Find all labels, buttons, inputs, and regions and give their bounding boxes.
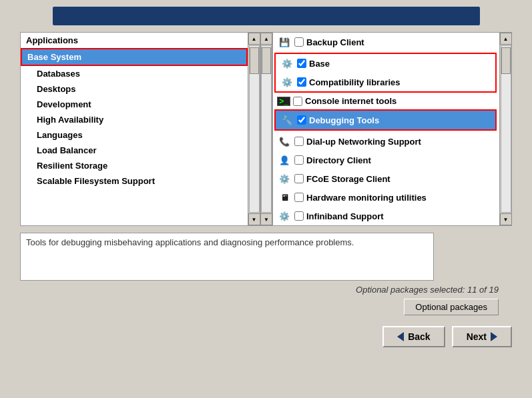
top-bar [53,7,480,25]
scroll-up-btn[interactable]: ▲ [248,33,260,45]
optional-status: Optional packages selected: 11 of 19 [20,285,512,295]
mid-scroll-up[interactable]: ▲ [260,33,272,45]
right-scroll-down[interactable]: ▼ [500,213,512,225]
pkg-infiniband[interactable]: ⚙️ Infiniband Support [273,207,499,225]
pkg-base[interactable]: ⚙️ Base [276,54,495,73]
sidebar-item-scalable-filesystem[interactable]: Scalable Filesystem Support [21,173,248,189]
optional-status-label: Optional packages selected: 11 of 19 [356,285,499,295]
base-system-label: Base System [27,52,81,62]
next-button[interactable]: Next [452,326,512,347]
pkg-dialup[interactable]: 📞 Dial-up Networking Support [273,132,499,151]
hardware-mon-icon: 🖥 [277,190,292,205]
console-internet-icon: >_ [277,97,290,106]
back-arrow-icon [397,332,404,341]
sidebar-item-languages[interactable]: Languages [21,127,248,143]
fcoe-checkbox[interactable] [294,174,304,183]
debugging-tools-label: Debugging Tools [309,115,379,125]
hardware-mon-checkbox[interactable] [294,193,304,202]
infiniband-checkbox[interactable] [294,211,304,221]
fcoe-label: FCoE Storage Client [306,174,390,184]
pkg-console-internet[interactable]: >_ Console internet tools [273,94,499,108]
mid-scroll-down[interactable]: ▼ [260,213,272,225]
backup-client-icon: 💾 [277,35,292,49]
compat-libs-icon: ⚙️ [280,75,294,89]
directory-client-checkbox[interactable] [294,155,304,165]
right-scroll-thumb[interactable] [501,47,511,74]
fcoe-icon: ⚙️ [277,171,292,186]
directory-client-icon: 👤 [277,153,292,167]
base-label: Base [309,59,330,69]
high-availability-label: High Availability [37,115,103,125]
back-button[interactable]: Back [382,326,445,347]
pkg-debugging-tools[interactable]: 🔧 Debugging Tools [276,111,495,129]
pkg-fcoe[interactable]: ⚙️ FCoE Storage Client [273,169,499,188]
databases-label: Databases [37,69,80,79]
compat-libs-label: Compatibility libraries [309,77,401,87]
scroll-track[interactable] [249,45,260,213]
infiniband-icon: ⚙️ [277,209,292,223]
sidebar-item-more[interactable] [21,189,248,204]
backup-client-checkbox[interactable] [294,37,304,47]
infiniband-label: Infiniband Support [306,211,384,221]
compat-libs-checkbox[interactable] [297,77,306,87]
load-balancer-label: Load Balancer [37,145,97,155]
dialup-icon: 📞 [277,134,292,149]
next-arrow-icon [491,332,497,341]
backup-client-label: Backup Client [306,37,364,47]
pkg-directory-client[interactable]: 👤 Directory Client [273,151,499,169]
pkg-compat-libs[interactable]: ⚙️ Compatibility libraries [276,73,495,91]
right-scroll-up[interactable]: ▲ [500,33,512,45]
more-label [37,191,39,201]
left-list: Applications Base System Databases Deskt… [21,33,248,225]
languages-label: Languages [37,130,83,140]
optional-packages-button[interactable]: Optional packages [404,299,499,315]
mid-scroll-track[interactable] [261,45,272,213]
sidebar-item-desktops[interactable]: Desktops [21,81,248,97]
right-scrollbar: ▲ ▼ [499,33,511,225]
left-scrollbar: ▲ ▼ [248,33,260,225]
scalable-filesystem-label: Scalable Filesystem Support [37,176,155,186]
right-panel: 💾 Backup Client ⚙️ Base ⚙️ Compatibility… [272,32,512,226]
directory-client-label: Directory Client [306,155,371,165]
sidebar-item-load-balancer[interactable]: Load Balancer [21,143,248,158]
dialup-label: Dial-up Networking Support [306,137,421,147]
sidebar-item-resilient-storage[interactable]: Resilient Storage [21,158,248,173]
sidebar-item-development[interactable]: Development [21,97,248,112]
resilient-storage-label: Resilient Storage [37,161,107,171]
base-icon: ⚙️ [280,56,294,71]
sidebar-item-applications[interactable]: Applications [21,33,248,48]
scroll-down-btn[interactable]: ▼ [248,213,260,225]
debugging-tools-icon: 🔧 [280,113,294,127]
debugging-tools-checkbox[interactable] [297,115,306,125]
desktops-label: Desktops [37,84,76,94]
sidebar-item-base-system[interactable]: Base System [21,48,248,66]
pkg-backup-client[interactable]: 💾 Backup Client [273,33,499,51]
scroll-thumb[interactable] [250,47,259,74]
back-label: Back [408,331,430,342]
console-internet-checkbox[interactable] [293,97,302,106]
pkg-hardware-mon[interactable]: 🖥 Hardware monitoring utilities [273,188,499,207]
mid-scroll-thumb[interactable] [262,47,271,74]
sidebar-item-databases[interactable]: Databases [21,66,248,81]
left-panel: Applications Base System Databases Deskt… [20,32,260,226]
development-label: Development [37,99,91,109]
next-label: Next [467,331,487,342]
description-text: Tools for debugging misbehaving applicat… [26,237,354,247]
dialup-checkbox[interactable] [294,137,304,146]
right-scroll-track[interactable] [501,45,511,213]
middle-scrollbar: ▲ ▼ [260,32,272,226]
base-checkbox[interactable] [297,59,306,68]
applications-label: Applications [26,35,78,45]
description-box: Tools for debugging misbehaving applicat… [20,233,434,281]
right-list: 💾 Backup Client ⚙️ Base ⚙️ Compatibility… [273,33,499,225]
console-internet-label: Console internet tools [305,96,396,106]
sidebar-item-high-availability[interactable]: High Availability [21,112,248,127]
hardware-mon-label: Hardware monitoring utilities [306,193,427,203]
